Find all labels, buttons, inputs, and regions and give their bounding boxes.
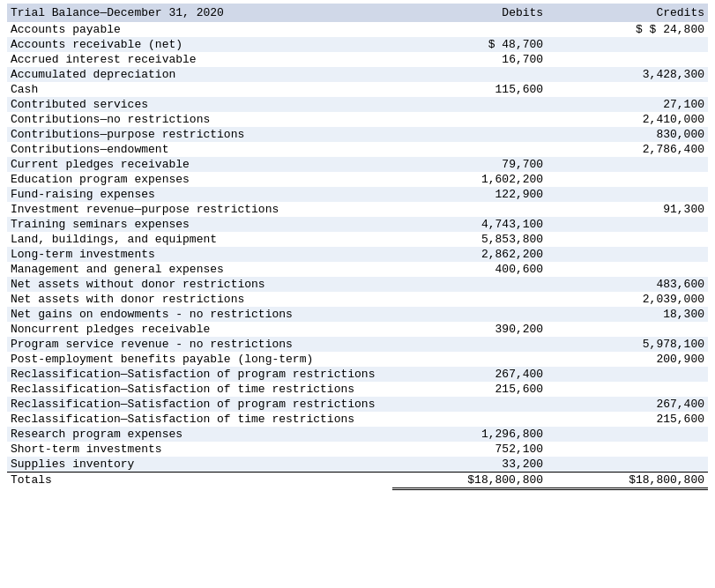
table-row: Net assets with donor restrictions2,039,… <box>7 292 708 307</box>
row-debit: 4,743,100 <box>392 217 547 232</box>
row-debit: 1,296,800 <box>392 427 547 442</box>
table-row: Contributions—purpose restrictions830,00… <box>7 127 708 142</box>
row-label: Reclassification—Satisfaction of time re… <box>7 412 392 427</box>
row-credit <box>547 217 708 232</box>
table-row: Post-employment benefits payable (long-t… <box>7 352 708 367</box>
row-credit <box>547 457 708 473</box>
row-debit: 1,602,200 <box>392 172 547 187</box>
row-credit <box>547 37 708 52</box>
row-label: Fund-raising expenses <box>7 187 392 202</box>
row-label: Accumulated depreciation <box>7 67 392 82</box>
row-credit <box>547 442 708 457</box>
row-credit: 5,978,100 <box>547 337 708 352</box>
title-header: Trial Balance—December 31, 2020 <box>7 4 392 22</box>
table-row: Management and general expenses400,600 <box>7 262 708 277</box>
row-debit: 33,200 <box>392 457 547 473</box>
row-label: Net assets without donor restrictions <box>7 277 392 292</box>
row-credit <box>547 367 708 382</box>
row-debit <box>392 142 547 157</box>
row-debit: 400,600 <box>392 262 547 277</box>
row-debit: 215,600 <box>392 382 547 397</box>
credits-header: Credits <box>547 4 708 22</box>
row-label: Land, buildings, and equipment <box>7 232 392 247</box>
row-debit <box>392 292 547 307</box>
row-debit: 122,900 <box>392 187 547 202</box>
table-row: Research program expenses1,296,800 <box>7 427 708 442</box>
row-credit: 483,600 <box>547 277 708 292</box>
row-label: Current pledges receivable <box>7 157 392 172</box>
row-debit: 115,600 <box>392 82 547 97</box>
row-label: Post-employment benefits payable (long-t… <box>7 352 392 367</box>
row-debit <box>392 22 547 37</box>
table-row: Land, buildings, and equipment5,853,800 <box>7 232 708 247</box>
table-row: Accounts payable$ $ 24,800 <box>7 22 708 37</box>
row-label: Reclassification—Satisfaction of program… <box>7 397 392 412</box>
row-debit: 390,200 <box>392 322 547 337</box>
table-row: Net gains on endowments - no restriction… <box>7 307 708 322</box>
row-label: Contributions—no restrictions <box>7 112 392 127</box>
row-credit: 267,400 <box>547 397 708 412</box>
row-credit <box>547 52 708 67</box>
row-label: Contributions—endowment <box>7 142 392 157</box>
row-label: Management and general expenses <box>7 262 392 277</box>
row-credit: 215,600 <box>547 412 708 427</box>
row-label: Noncurrent pledges receivable <box>7 322 392 337</box>
table-row: Supplies inventory33,200 <box>7 457 708 473</box>
table-row: Current pledges receivable79,700 <box>7 157 708 172</box>
row-debit: 267,400 <box>392 367 547 382</box>
row-debit <box>392 67 547 82</box>
row-debit: 79,700 <box>392 157 547 172</box>
row-label: Reclassification—Satisfaction of program… <box>7 367 392 382</box>
row-credit <box>547 247 708 262</box>
row-label: Contributed services <box>7 97 392 112</box>
row-credit: 2,786,400 <box>547 142 708 157</box>
row-label: Investment revenue—purpose restrictions <box>7 202 392 217</box>
table-row: Accumulated depreciation3,428,300 <box>7 67 708 82</box>
table-row: Contributions—no restrictions2,410,000 <box>7 112 708 127</box>
trial-balance-container: Trial Balance—December 31, 2020 Debits C… <box>0 0 715 494</box>
row-credit <box>547 382 708 397</box>
row-debit <box>392 412 547 427</box>
row-debit <box>392 307 547 322</box>
row-label: Long-term investments <box>7 247 392 262</box>
row-debit <box>392 337 547 352</box>
table-row: Net assets without donor restrictions483… <box>7 277 708 292</box>
row-credit <box>547 187 708 202</box>
table-row: Reclassification—Satisfaction of time re… <box>7 412 708 427</box>
table-row: Education program expenses1,602,200 <box>7 172 708 187</box>
row-credit: $ $ 24,800 <box>547 22 708 37</box>
row-credit: 200,900 <box>547 352 708 367</box>
debits-header: Debits <box>392 4 547 22</box>
row-credit <box>547 322 708 337</box>
table-row: Investment revenue—purpose restrictions9… <box>7 202 708 217</box>
table-row: Noncurrent pledges receivable390,200 <box>7 322 708 337</box>
totals-label: Totals <box>7 473 392 489</box>
row-credit: 18,300 <box>547 307 708 322</box>
totals-credit: $18,800,800 <box>547 473 708 489</box>
table-row: Training seminars expenses4,743,100 <box>7 217 708 232</box>
row-debit <box>392 397 547 412</box>
row-credit <box>547 262 708 277</box>
totals-row: Totals$18,800,800$18,800,800 <box>7 473 708 489</box>
row-debit <box>392 277 547 292</box>
row-label: Program service revenue - no restriction… <box>7 337 392 352</box>
row-credit: 3,428,300 <box>547 67 708 82</box>
table-row: Accounts receivable (net)$ 48,700 <box>7 37 708 52</box>
trial-balance-table: Trial Balance—December 31, 2020 Debits C… <box>7 4 708 490</box>
row-debit <box>392 352 547 367</box>
row-label: Supplies inventory <box>7 457 392 473</box>
row-debit: 752,100 <box>392 442 547 457</box>
table-row: Accrued interest receivable16,700 <box>7 52 708 67</box>
row-credit <box>547 172 708 187</box>
row-label: Accounts payable <box>7 22 392 37</box>
table-row: Reclassification—Satisfaction of time re… <box>7 382 708 397</box>
totals-debit: $18,800,800 <box>392 473 547 489</box>
table-row: Reclassification—Satisfaction of program… <box>7 367 708 382</box>
table-row: Program service revenue - no restriction… <box>7 337 708 352</box>
row-credit: 830,000 <box>547 127 708 142</box>
row-debit <box>392 97 547 112</box>
table-row: Short-term investments752,100 <box>7 442 708 457</box>
row-debit <box>392 202 547 217</box>
row-label: Reclassification—Satisfaction of time re… <box>7 382 392 397</box>
table-row: Contributions—endowment2,786,400 <box>7 142 708 157</box>
